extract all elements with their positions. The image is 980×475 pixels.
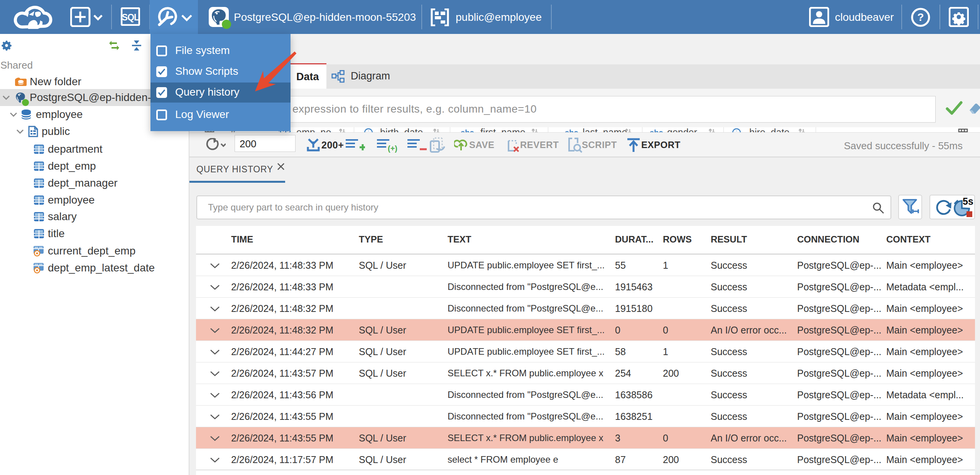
- svg-text:SQL: SQL: [122, 12, 139, 22]
- svg-text:?: ?: [917, 11, 924, 23]
- svg-text:(+): (+): [388, 144, 397, 153]
